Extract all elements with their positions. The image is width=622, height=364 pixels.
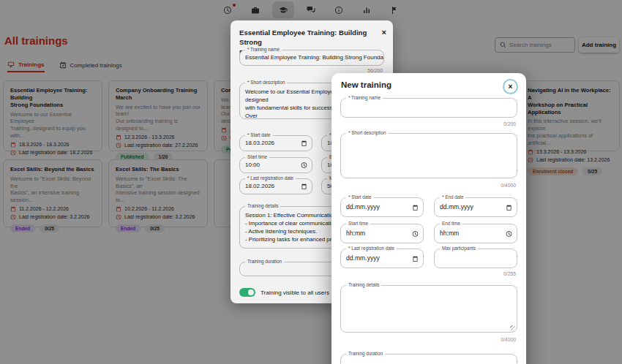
toggle-knob	[248, 289, 254, 295]
start-time-field[interactable]: Start time 10:00	[239, 157, 312, 173]
char-counter: 0/255	[503, 271, 516, 276]
start-date-field[interactable]: * Start date dd.mm.yyyy	[340, 197, 424, 217]
calendar-icon	[412, 204, 419, 211]
calendar-icon	[301, 183, 307, 190]
end-time-field[interactable]: End time hh:mm	[434, 224, 517, 243]
start-date-field[interactable]: * Start date 18.03.2026	[239, 135, 312, 151]
training-name-field[interactable]: * Training name	[340, 98, 517, 118]
end-date-field[interactable]: * End date dd.mm.yyyy	[434, 197, 517, 217]
training-details-field[interactable]: Training details	[340, 285, 517, 333]
new-training-modal: New training × * Training name 0/200 * S…	[331, 73, 526, 364]
last-registration-date-field[interactable]: * Last registration date dd.mm.yyyy	[340, 249, 424, 268]
char-counter: 0/4000	[501, 337, 516, 342]
char-counter: 0/200	[503, 121, 516, 126]
modal-title: New training	[341, 80, 391, 89]
clock-icon	[506, 230, 512, 237]
close-icon[interactable]: ×	[503, 79, 518, 94]
char-counter: 0/4000	[501, 183, 516, 188]
training-name-field[interactable]: * Training name Essential Employee Train…	[239, 50, 384, 66]
visibility-toggle[interactable]	[239, 288, 255, 297]
short-description-field[interactable]: * Short description	[340, 133, 517, 178]
max-participants-field[interactable]: Max participants	[434, 249, 517, 268]
char-counter: 56/200	[367, 68, 383, 73]
calendar-icon	[301, 140, 307, 147]
clock-icon	[412, 230, 419, 237]
toggle-label: Training visible to all users	[261, 289, 329, 296]
training-duration-field[interactable]: Training duration	[340, 354, 517, 364]
calendar-icon	[506, 204, 512, 211]
clock-icon	[301, 162, 307, 169]
calendar-icon	[412, 255, 419, 262]
visibility-toggle-row: Training visible to all users	[239, 288, 329, 297]
close-icon[interactable]: ×	[382, 29, 386, 37]
start-time-field[interactable]: Start time hh:mm	[340, 224, 424, 243]
last-registration-date-field[interactable]: * Last registration date 18.02.2026	[239, 178, 312, 194]
